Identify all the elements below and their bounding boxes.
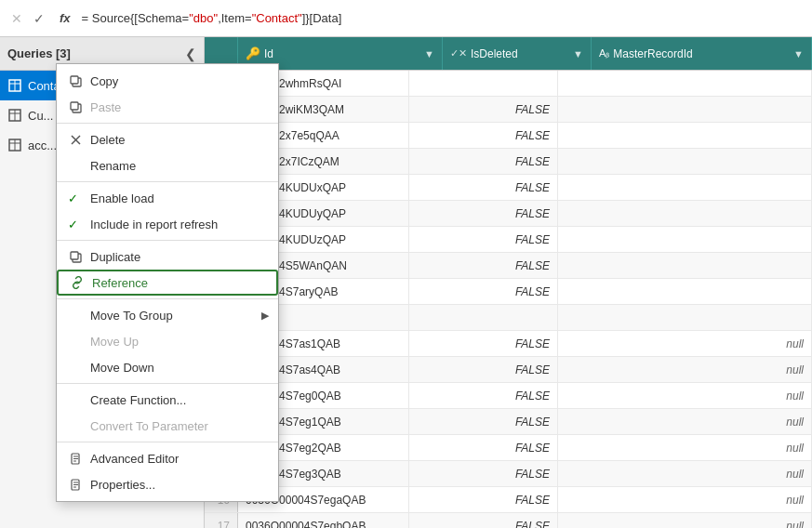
- table-row[interactable]: O00004S7as1QABFALSEnull: [205, 331, 812, 357]
- masterrecordid-column-dropdown[interactable]: ▼: [793, 48, 804, 59]
- formula-text: = Source{[Schema="dbo",Item="Contact"]}[…: [82, 11, 342, 25]
- menu-item-duplicate[interactable]: Duplicate: [57, 244, 278, 270]
- menu-item-reference[interactable]: Reference: [57, 270, 278, 296]
- menu-item-rename[interactable]: Rename: [57, 152, 278, 178]
- column-header-masterrecordid[interactable]: Aᵦ MasterRecordId ▼: [592, 37, 812, 70]
- confirm-icon[interactable]: ✓: [30, 9, 48, 28]
- sidebar-collapse-button[interactable]: ❮: [185, 46, 196, 61]
- menu-check-icon: ✓: [68, 191, 83, 205]
- menu-item-convert-to-parameter: Convert To Parameter: [57, 413, 278, 439]
- data-area: 🔑 Id ▼ ✓✕ IsDeleted ▼ Aᵦ MasterRecordId …: [205, 37, 812, 528]
- menu-icon-convert-to-parameter: [68, 418, 83, 433]
- table-row[interactable]: O00004KUDUyQAPFALSE: [205, 201, 812, 227]
- table-icon-2: [7, 108, 22, 123]
- menu-item-label-create-function: Create Function...: [90, 393, 267, 407]
- table-row[interactable]: O00004KUDUzQAPFALSE: [205, 227, 812, 253]
- menu-item-include-report[interactable]: ✓Include in report refresh: [57, 211, 278, 237]
- menu-item-label-delete: Delete: [90, 133, 267, 147]
- cell-isdeleted: FALSE: [409, 175, 558, 200]
- svg-rect-16: [71, 252, 78, 259]
- menu-icon-move-down: [68, 360, 83, 375]
- table-row[interactable]: O00004S7eg2QABFALSEnull: [205, 435, 812, 461]
- cell-masterrecordid: null: [558, 461, 812, 486]
- table-row[interactable]: G00002x7e5qQAAFALSE: [205, 123, 812, 149]
- menu-item-properties[interactable]: Properties...: [57, 471, 278, 497]
- table-row[interactable]: G00002whmRsQAI: [205, 71, 812, 97]
- table-row[interactable]: O00004KUDUxQAPFALSE: [205, 175, 812, 201]
- menu-item-label-advanced-editor: Advanced Editor: [90, 452, 267, 466]
- sidebar-item-cu-label: Cu...: [28, 109, 53, 123]
- text-icon: Aᵦ: [599, 47, 609, 59]
- table-row[interactable]: O00004S7aryQABFALSE: [205, 279, 812, 305]
- cell-isdeleted: FALSE: [409, 461, 558, 486]
- menu-icon-copy: [68, 73, 83, 88]
- column-header-isdeleted[interactable]: ✓✕ IsDeleted ▼: [443, 37, 592, 70]
- menu-item-label-copy: Copy: [90, 74, 267, 88]
- menu-item-delete[interactable]: Delete: [57, 126, 278, 152]
- menu-item-paste: Paste: [57, 94, 278, 120]
- menu-item-label-rename: Rename: [90, 159, 267, 173]
- menu-item-label-move-to-group: Move To Group: [90, 309, 267, 323]
- cell-isdeleted: FALSE: [409, 227, 558, 252]
- table-icon-3: [7, 138, 22, 152]
- isdeleted-column-dropdown[interactable]: ▼: [573, 48, 583, 59]
- menu-item-move-up: Move Up: [57, 328, 278, 354]
- menu-icon-duplicate: [68, 249, 83, 264]
- cancel-icon[interactable]: ✕: [7, 9, 26, 28]
- cell-masterrecordid: [558, 253, 812, 278]
- formula-bar-icons: ✕ ✓: [7, 9, 48, 28]
- menu-icon-move-to-group: [68, 308, 83, 323]
- cell-masterrecordid: [558, 279, 812, 304]
- menu-item-label-paste: Paste: [90, 100, 267, 114]
- menu-item-copy[interactable]: Copy: [57, 68, 278, 94]
- svg-rect-12: [71, 102, 78, 110]
- menu-item-label-include-report: Include in report refresh: [90, 218, 267, 231]
- cell-masterrecordid: [558, 97, 812, 122]
- menu-separator: [57, 123, 278, 124]
- menu-icon-rename: [68, 158, 83, 173]
- table-row[interactable]: O00004S7eg1QABFALSEnull: [205, 409, 812, 435]
- menu-item-create-function[interactable]: Create Function...: [57, 387, 278, 413]
- menu-item-move-down[interactable]: Move Down: [57, 354, 278, 380]
- id-column-dropdown[interactable]: ▼: [424, 48, 434, 59]
- table-row[interactable]: O00004S7as4QABFALSEnull: [205, 357, 812, 383]
- cell-masterrecordid: [558, 175, 812, 200]
- cell-masterrecordid: null: [558, 513, 812, 528]
- menu-item-advanced-editor[interactable]: Advanced Editor: [57, 445, 278, 471]
- context-menu: CopyPasteDeleteRename✓Enable load✓Includ…: [56, 63, 279, 502]
- menu-icon-delete: [68, 132, 83, 147]
- key-icon: 🔑: [246, 46, 260, 60]
- table-row[interactable]: G00002x7ICzQAMFALSE: [205, 149, 812, 175]
- menu-separator: [57, 181, 278, 182]
- menu-separator: [57, 442, 278, 442]
- cell-isdeleted: FALSE: [409, 279, 558, 304]
- table-row[interactable]: [205, 305, 812, 331]
- table-row[interactable]: G00002wiKM3QAMFALSE: [205, 97, 812, 123]
- table-row[interactable]: 160036O00004S7egaQABFALSEnull: [205, 487, 812, 513]
- table-row[interactable]: O00004S7eg3QABFALSEnull: [205, 461, 812, 487]
- cell-isdeleted: FALSE: [409, 149, 558, 174]
- table-icon: [7, 78, 22, 93]
- table-row[interactable]: O00004S7eg0QABFALSEnull: [205, 383, 812, 409]
- cell-isdeleted: FALSE: [409, 253, 558, 278]
- menu-check-icon: ✓: [68, 218, 83, 231]
- menu-item-enable-load[interactable]: ✓Enable load: [57, 185, 278, 211]
- grid-body: G00002whmRsQAIG00002wiKM3QAMFALSEG00002x…: [205, 71, 812, 528]
- menu-item-label-properties: Properties...: [90, 478, 267, 492]
- cell-isdeleted: FALSE: [409, 383, 558, 408]
- cell-masterrecordid: null: [558, 331, 812, 356]
- table-row[interactable]: 170036O00004S7egbQABFALSEnull: [205, 513, 812, 528]
- cell-isdeleted: FALSE: [409, 123, 558, 148]
- menu-icon-paste: [68, 99, 83, 114]
- menu-item-label-reference: Reference: [92, 276, 265, 290]
- formula-bar: ✕ ✓ fx = Source{[Schema="dbo",Item="Cont…: [0, 0, 812, 37]
- table-row[interactable]: O00004S5WAnQANFALSE: [205, 253, 812, 279]
- cell-masterrecordid: [558, 227, 812, 252]
- menu-item-label-move-up: Move Up: [90, 335, 267, 349]
- cell-masterrecordid: [558, 201, 812, 226]
- menu-item-label-duplicate: Duplicate: [90, 250, 267, 264]
- menu-item-move-to-group[interactable]: Move To Group▶: [57, 302, 278, 328]
- cell-isdeleted: FALSE: [409, 201, 558, 226]
- menu-icon-move-up: [68, 334, 83, 349]
- cell-isdeleted: FALSE: [409, 513, 558, 528]
